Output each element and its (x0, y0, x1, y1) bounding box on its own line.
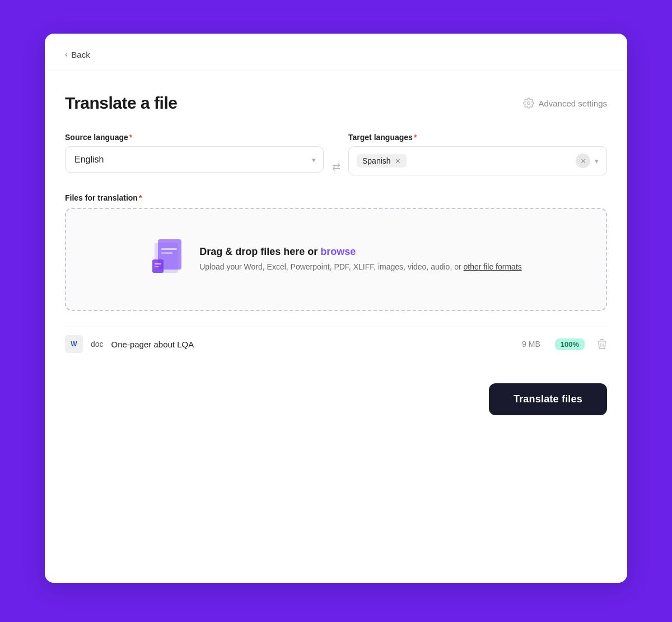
back-label: Back (71, 50, 90, 59)
target-clear-button[interactable]: ✕ (576, 154, 590, 168)
target-required-star: * (414, 133, 417, 142)
target-language-col: Target languages* Spanish ✕ ✕ ▾ (348, 133, 607, 175)
file-illustration (150, 238, 184, 281)
source-language-select-wrapper: English French German Spanish Chinese Ja… (65, 146, 324, 173)
drop-subtitle: Upload your Word, Excel, Powerpoint, PDF… (199, 261, 522, 273)
main-content: Translate a file Advanced settings Sourc… (45, 71, 627, 438)
trash-icon (597, 338, 607, 350)
file-name: One-pager about LQA (111, 340, 514, 349)
files-section-label: Files for translation* (65, 193, 607, 202)
page-header: Translate a file Advanced settings (65, 94, 607, 113)
target-language-label: Target languages* (348, 133, 607, 142)
svg-rect-7 (155, 266, 159, 267)
target-clear-icon: ✕ (580, 157, 586, 165)
advanced-settings-label: Advanced settings (538, 99, 607, 108)
target-language-box[interactable]: Spanish ✕ ✕ ▾ (348, 146, 607, 175)
back-chevron-icon: ‹ (65, 49, 68, 59)
file-doc-icon: W (65, 335, 83, 353)
top-nav: ‹ Back (45, 34, 627, 71)
files-required-star: * (139, 193, 142, 202)
file-illustration-svg (150, 238, 184, 278)
language-row: Source language* English French German S… (65, 133, 607, 175)
source-language-select[interactable]: English French German Spanish Chinese Ja… (65, 146, 324, 173)
advanced-settings-button[interactable]: Advanced settings (523, 98, 607, 109)
spanish-tag-remove[interactable]: ✕ (395, 157, 401, 165)
progress-badge: 100% (555, 338, 585, 350)
source-language-label: Source language* (65, 133, 324, 142)
translate-files-button[interactable]: Translate files (489, 383, 607, 415)
other-formats-link[interactable]: other file formats (464, 262, 522, 271)
page-title: Translate a file (65, 94, 177, 113)
file-row: W doc One-pager about LQA 9 MB 100% (65, 327, 607, 361)
svg-point-0 (528, 102, 530, 105)
files-section: Files for translation* (65, 193, 607, 361)
spanish-tag-label: Spanish (362, 156, 391, 165)
svg-rect-8 (598, 341, 606, 342)
drop-zone[interactable]: Drag & drop files here or browse Upload … (65, 208, 607, 311)
svg-rect-3 (161, 248, 177, 250)
gear-icon (523, 98, 534, 109)
swap-icon[interactable]: ⇄ (332, 161, 340, 173)
browse-link[interactable]: browse (320, 246, 356, 257)
swap-icon-wrap: ⇄ (324, 161, 348, 175)
back-button[interactable]: ‹ Back (65, 49, 90, 59)
drop-text-area: Drag & drop files here or browse Upload … (199, 246, 522, 273)
svg-rect-9 (600, 339, 604, 340)
main-card: ‹ Back Translate a file Advanced setting… (45, 34, 627, 583)
svg-rect-4 (161, 252, 172, 254)
source-required-star: * (129, 133, 132, 142)
file-type-badge: doc (91, 340, 104, 349)
source-language-col: Source language* English French German S… (65, 133, 324, 173)
footer-row: Translate files (65, 383, 607, 415)
spanish-tag: Spanish ✕ (357, 154, 407, 168)
target-chevron-icon[interactable]: ▾ (595, 157, 599, 165)
drop-title: Drag & drop files here or browse (199, 246, 522, 258)
file-size: 9 MB (522, 340, 540, 349)
svg-rect-6 (155, 263, 161, 264)
file-delete-button[interactable] (597, 338, 607, 350)
